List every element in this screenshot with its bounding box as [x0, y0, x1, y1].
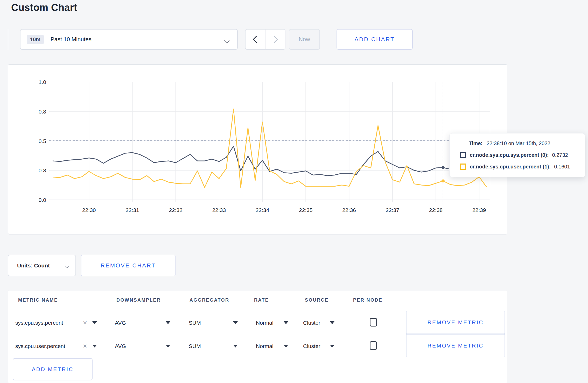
rate-select[interactable]: Normal — [256, 319, 274, 327]
caret-down-icon — [233, 321, 238, 324]
time-range-badge: 10m — [27, 35, 44, 44]
remove-metric-button[interactable]: REMOVE METRIC — [406, 311, 505, 334]
x-axis-label: 22:34 — [256, 207, 269, 213]
caret-down-icon — [330, 321, 334, 324]
x-axis-label: 22:30 — [82, 207, 96, 213]
y-axis-label: 0.0 — [39, 197, 46, 203]
tooltip-sys-value: 0.2732 — [552, 152, 568, 158]
caret-down-icon — [92, 321, 97, 324]
caret-down-icon — [166, 345, 170, 347]
y-axis-label: 1.0 — [39, 79, 46, 85]
chevron-right-icon — [270, 36, 278, 43]
col-header-downsampler: DOWNSAMPLER — [116, 297, 161, 303]
clear-metric-icon[interactable]: ✕ — [83, 342, 87, 350]
toolbar-divider — [8, 29, 8, 50]
caret-down-icon — [233, 345, 238, 347]
caret-down-icon — [92, 345, 97, 347]
clear-metric-icon[interactable]: ✕ — [83, 319, 87, 327]
tooltip-series-row: cr.node.sys.cpu.sys.percent (0): 0.2732 — [460, 152, 585, 158]
caret-down-icon — [330, 345, 334, 347]
tooltip-user-label: cr.node.sys.cpu.user.percent (1): — [470, 164, 551, 170]
time-range-label: Past 10 Minutes — [51, 36, 92, 43]
x-axis-label: 22:37 — [386, 207, 399, 213]
units-label: Units: Count — [17, 263, 50, 269]
per-node-checkbox[interactable] — [370, 318, 377, 327]
prev-range-button[interactable] — [246, 30, 265, 49]
tooltip-time-label: Time: — [469, 140, 482, 146]
custom-chart-page: Custom Chart 10m Past 10 Minutes Now ADD… — [0, 0, 588, 383]
chevron-down-icon — [64, 264, 69, 268]
x-axis-label: 22:38 — [429, 207, 443, 213]
tooltip-time-row: Time:22:38:10 on Mar 15th, 2022 — [469, 140, 585, 146]
x-axis-label: 22:31 — [125, 207, 139, 213]
col-header-metric-name: METRIC NAME — [18, 297, 58, 303]
rate-select[interactable]: Normal — [256, 342, 274, 350]
metric-row: sys.cpu.sys.percent ✕ AVG SUM Normal Clu… — [8, 311, 508, 335]
tooltip-time-value: 22:38:10 on Mar 15th, 2022 — [487, 140, 550, 146]
chevron-left-icon — [253, 36, 260, 43]
col-header-per-node: PER NODE — [353, 297, 382, 303]
y-axis-label: 0.8 — [39, 109, 46, 115]
source-select[interactable]: Cluster — [303, 319, 320, 327]
crosshair-point — [442, 166, 445, 169]
metric-row: sys.cpu.user.percent ✕ AVG SUM Normal Cl… — [8, 335, 508, 358]
y-axis-label: 0.3 — [39, 167, 46, 173]
downsampler-select[interactable]: AVG — [115, 319, 126, 327]
crosshair-point — [442, 179, 445, 182]
tooltip-user-value: 0.1601 — [554, 164, 570, 170]
units-dropdown[interactable]: Units: Count — [8, 255, 76, 276]
aggregator-select[interactable]: SUM — [189, 319, 201, 327]
col-header-source: SOURCE — [305, 297, 328, 303]
x-axis-label: 22:33 — [212, 207, 226, 213]
time-range-dropdown[interactable]: 10m Past 10 Minutes — [20, 29, 238, 50]
metric-name-select[interactable]: sys.cpu.sys.percent — [15, 319, 63, 327]
page-title: Custom Chart — [11, 2, 77, 13]
tooltip-sys-label: cr.node.sys.cpu.sys.percent (0): — [470, 152, 549, 158]
col-header-rate: RATE — [254, 297, 269, 303]
x-axis-label: 22:36 — [342, 207, 356, 213]
chart-panel: 0.00.30.50.81.022:3022:3122:3222:3322:34… — [8, 64, 507, 235]
next-range-button[interactable] — [265, 30, 285, 49]
add-metric-button[interactable]: ADD METRIC — [13, 358, 93, 380]
remove-metric-button[interactable]: REMOVE METRIC — [406, 334, 505, 357]
chart-line-1 — [53, 109, 486, 188]
add-chart-button[interactable]: ADD CHART — [337, 29, 413, 50]
x-axis-label: 22:39 — [472, 207, 486, 213]
metric-name-select[interactable]: sys.cpu.user.percent — [15, 342, 65, 350]
aggregator-select[interactable]: SUM — [189, 342, 201, 350]
chart-tooltip: Time:22:38:10 on Mar 15th, 2022 cr.node.… — [449, 133, 585, 177]
col-header-aggregator: AGGREGATOR — [190, 297, 229, 303]
series-sys-swatch-icon — [460, 152, 466, 158]
x-axis-label: 22:32 — [169, 207, 183, 213]
time-nav-group — [245, 29, 285, 50]
series-user-swatch-icon — [460, 164, 466, 170]
chevron-down-icon — [224, 38, 230, 43]
y-axis-label: 0.5 — [39, 138, 46, 144]
caret-down-icon — [284, 321, 288, 324]
caret-down-icon — [284, 345, 288, 347]
downsampler-select[interactable]: AVG — [115, 342, 126, 350]
remove-chart-button[interactable]: REMOVE CHART — [81, 255, 176, 276]
caret-down-icon — [166, 321, 170, 324]
x-axis-label: 22:35 — [299, 207, 313, 213]
per-node-checkbox[interactable] — [370, 341, 377, 350]
source-select[interactable]: Cluster — [303, 342, 320, 350]
tooltip-series-row: cr.node.sys.cpu.user.percent (1): 0.1601 — [460, 164, 585, 170]
now-button[interactable]: Now — [289, 29, 320, 50]
chart-svg[interactable]: 0.00.30.50.81.022:3022:3122:3222:3322:34… — [8, 65, 507, 234]
